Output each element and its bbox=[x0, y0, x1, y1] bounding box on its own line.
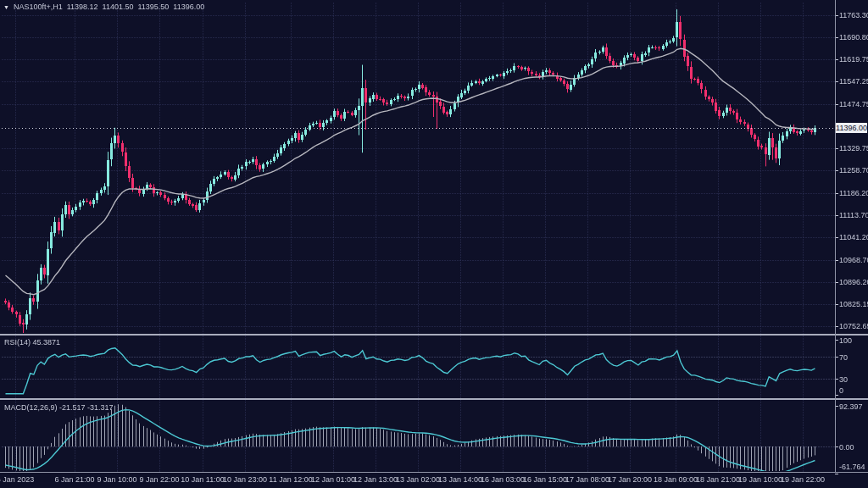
time-axis-label: 18 Jan 09:00 bbox=[654, 475, 698, 484]
price-axis-label: 11113.70 bbox=[839, 211, 868, 219]
time-axis[interactable]: 6 Jan 20236 Jan 21:009 Jan 10:009 Jan 22… bbox=[0, 473, 868, 488]
price-axis-label: 11547.25 bbox=[839, 77, 868, 86]
time-axis-label: 13 Jan 02:00 bbox=[396, 475, 440, 484]
current-price-tag: 11396.00 bbox=[836, 123, 867, 133]
price-axis-label: 11763.30 bbox=[839, 11, 868, 19]
time-axis-label: 17 Jan 20:00 bbox=[608, 475, 652, 484]
bar-high-value: 11401.50 bbox=[103, 3, 134, 11]
symbol-dropdown-icon[interactable]: ▼ bbox=[3, 4, 9, 10]
time-axis-label: 12 Jan 01:00 bbox=[311, 475, 355, 484]
price-axis-label: 10825.15 bbox=[839, 300, 868, 308]
chart-ohlc-header: ▼ NAS100ft+,H1 11398.12 11401.50 11395.5… bbox=[3, 3, 204, 11]
chart-plot-canvas[interactable] bbox=[0, 0, 868, 488]
time-axis-label: 9 Jan 22:00 bbox=[139, 475, 179, 484]
price-axis-label: 11474.75 bbox=[839, 100, 868, 108]
time-axis-label: 6 Jan 2023 bbox=[0, 475, 34, 484]
time-axis-label: 11 Jan 12:00 bbox=[269, 475, 312, 484]
time-axis-label: 19 Jan 22:00 bbox=[781, 475, 825, 484]
time-axis-label: 18 Jan 21:00 bbox=[696, 475, 740, 484]
macd-axis-label: -61.764 bbox=[839, 463, 865, 471]
bar-open-value: 11398.12 bbox=[67, 3, 98, 11]
rsi-axis-label: 0 bbox=[839, 386, 843, 395]
time-axis-label: 19 Jan 10:00 bbox=[738, 475, 782, 484]
macd-axis-label: 92.397 bbox=[839, 402, 863, 411]
panel-separator-rsi-macd[interactable] bbox=[0, 398, 868, 400]
price-axis-label: 11329.75 bbox=[839, 144, 868, 152]
price-axis-label: 11619.75 bbox=[839, 55, 868, 64]
time-axis-label: 16 Jan 15:00 bbox=[523, 475, 567, 484]
price-axis-label: 11186.20 bbox=[839, 189, 868, 197]
bar-low-value: 11395.50 bbox=[137, 3, 169, 11]
rsi-axis-label: 30 bbox=[839, 375, 848, 384]
time-axis-label: 9 Jan 10:00 bbox=[97, 475, 136, 484]
price-axis-label: 11690.80 bbox=[839, 33, 868, 42]
panel-separator-main-rsi[interactable] bbox=[0, 334, 868, 336]
time-axis-label: 13 Jan 14:00 bbox=[438, 475, 482, 484]
symbol-and-timeframe: NAS100ft+,H1 bbox=[14, 3, 63, 11]
macd-axis-label: 0.00 bbox=[839, 443, 854, 452]
price-axis-label: 10896.20 bbox=[839, 278, 868, 286]
time-axis-label: 17 Jan 08:00 bbox=[565, 475, 609, 484]
rsi-axis-label: 100 bbox=[839, 336, 852, 345]
price-axis-label: 10968.70 bbox=[839, 256, 868, 264]
price-axis-label: 11258.70 bbox=[839, 166, 868, 175]
price-axis-label: 10752.65 bbox=[839, 322, 868, 330]
price-axis[interactable]: 11763.3011690.8011619.7511547.2511474.75… bbox=[836, 0, 868, 472]
time-axis-label: 10 Jan 11:00 bbox=[181, 475, 224, 484]
rsi-axis-label: 70 bbox=[839, 353, 848, 362]
macd-indicator-label: MACD(12,26,9) -21.517 -31.317 bbox=[4, 403, 114, 412]
trading-chart-window: ▼ NAS100ft+,H1 11398.12 11401.50 11395.5… bbox=[0, 0, 868, 488]
price-axis-label: 11041.20 bbox=[839, 233, 868, 241]
rsi-indicator-label: RSI(14) 45.3871 bbox=[4, 338, 60, 347]
time-axis-label: 12 Jan 13:00 bbox=[353, 475, 398, 484]
time-axis-label: 16 Jan 03:00 bbox=[481, 475, 525, 484]
time-axis-label: 6 Jan 21:00 bbox=[54, 475, 94, 484]
bar-close-value: 11396.00 bbox=[173, 3, 204, 11]
time-axis-label: 10 Jan 23:00 bbox=[223, 475, 267, 484]
